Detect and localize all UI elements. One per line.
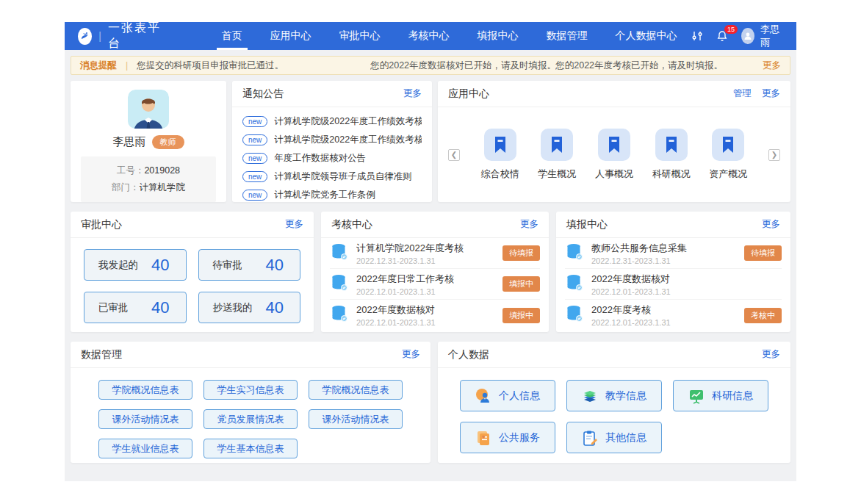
notice-item[interactable]: new 年度工作数据核对公告 (242, 149, 422, 168)
user-avatar-icon (741, 28, 754, 44)
assessment-item[interactable]: 2022年度日常工作考核 2022.12.01-2023.1.31 填报中 (330, 269, 540, 300)
personal-data-panel: 个人数据 更多 个人信息 教学信息 科研信息 (438, 342, 790, 463)
notice-item[interactable]: new 计算机学院领导班子成员自律准则 (242, 168, 422, 186)
other-info-button[interactable]: 其他信息 (566, 422, 662, 453)
personal-data-more-link[interactable]: 更多 (762, 348, 780, 361)
brand-name: 一张表平台 (108, 21, 164, 51)
notice-item[interactable]: new 计算机学院党务工作条例 (242, 186, 422, 202)
bookmark-icon (484, 129, 516, 161)
assessment-item[interactable]: 2022年度数据核对 2022.12.01-2023.1.31 填报中 (330, 300, 540, 331)
new-badge: new (242, 171, 267, 182)
nav-item-personal-data-center[interactable]: 个人数据中心 (602, 22, 691, 50)
status-badge: 填报中 (502, 308, 540, 323)
assessment-title: 考核中心 (331, 218, 372, 231)
status-badge: 待填报 (744, 245, 782, 261)
data-management-more-link[interactable]: 更多 (402, 348, 420, 361)
stat-approved[interactable]: 已审批 40 (84, 292, 187, 323)
stat-cc-to-me[interactable]: 抄送我的 40 (198, 292, 301, 323)
teaching-info-button[interactable]: 教学信息 (566, 380, 662, 411)
app-center-title: 应用中心 (448, 87, 489, 101)
alert-message[interactable]: 您提交的科研项目申报审批已通过。 (137, 60, 370, 72)
person-icon (475, 388, 491, 404)
new-badge: new (242, 116, 267, 127)
approval-more-link[interactable]: 更多 (285, 218, 303, 231)
sliders-icon[interactable] (691, 29, 703, 43)
alert-divider: | (126, 60, 128, 71)
user-name: 李思雨 (760, 23, 783, 49)
app-item-asset-overview[interactable]: 资产概况 (704, 129, 752, 181)
nav-item-reporting-center[interactable]: 填报中心 (464, 22, 533, 50)
database-icon (565, 305, 584, 325)
notice-item[interactable]: new 计算机学院级2022年度工作绩效考核办法 (242, 131, 422, 149)
status-badge: 填报中 (502, 276, 540, 292)
stat-initiated-by-me[interactable]: 我发起的 40 (84, 249, 187, 281)
assessment-item[interactable]: 计算机学院2022年度考核 2022.12.31-2023.1.31 待填报 (330, 238, 540, 269)
reporting-item[interactable]: 2022年度考核 2022.12.01-2023.1.31 考核中 (565, 300, 782, 331)
nav-item-home[interactable]: 首页 (208, 22, 256, 50)
data-management-panel: 数据管理 更多 学院概况信息表 学生实习信息表 学院概况信息表 课外活动情况表 … (71, 342, 430, 463)
user-menu[interactable]: 李思雨 (741, 23, 783, 49)
notice-title: 通知公告 (242, 87, 284, 101)
platform-logo-icon (78, 28, 92, 45)
reporting-list: 教师公共服务信息采集 2022.12.31-2023.1.31 待填报 2022… (556, 238, 790, 331)
nav-item-data-management[interactable]: 数据管理 (533, 22, 602, 50)
data-table-grid: 学院概况信息表 学生实习信息表 学院概况信息表 课外活动情况表 党员发展情况表 … (71, 368, 430, 463)
data-management-title: 数据管理 (81, 348, 122, 361)
profile-card: 李思雨 教师 工号：2019028 部门：计算机学院 (71, 81, 226, 202)
app-center-manage-link[interactable]: 管理 (733, 87, 752, 100)
table-button[interactable]: 党员发展情况表 (203, 409, 298, 429)
database-icon (330, 305, 349, 325)
app-item-school-overview[interactable]: 综合校情 (476, 129, 525, 181)
page-content: 消息提醒 | 您提交的科研项目申报审批已通过。 您的2022年度数据核对已开始，… (65, 50, 796, 469)
table-button[interactable]: 学院概况信息表 (309, 380, 403, 400)
new-badge: new (242, 134, 267, 145)
notification-count-badge: 15 (724, 25, 738, 34)
alert-more-link[interactable]: 更多 (763, 60, 781, 72)
main-nav: 首页 应用中心 审批中心 考核中心 填报中心 数据管理 个人数据中心 (208, 22, 691, 50)
personal-info-button[interactable]: 个人信息 (460, 380, 555, 411)
app-item-research-overview[interactable]: 科研概况 (647, 129, 696, 181)
notice-more-link[interactable]: 更多 (403, 87, 422, 100)
bookmark-icon (598, 129, 630, 161)
table-button[interactable]: 课外活动情况表 (309, 409, 403, 429)
chevron-left-icon[interactable]: ❮ (448, 149, 460, 161)
table-button[interactable]: 学生实习信息表 (203, 380, 298, 400)
notice-item[interactable]: new 计算机学院级2022年度工作绩效考核结果公示 (242, 112, 422, 131)
notification-bell-icon[interactable]: 15 (716, 29, 728, 43)
alert-message[interactable]: 您的2022年度数据核对已开始，请及时填报。 (370, 60, 555, 72)
chevron-right-icon[interactable]: ❯ (768, 149, 780, 161)
new-badge: new (242, 153, 267, 164)
stat-pending-approval[interactable]: 待审批 40 (198, 249, 301, 281)
alert-message[interactable]: 您的2022年度考核已开始，请及时填报。 (555, 60, 763, 72)
navbar-right: 15 李思雨 (691, 23, 783, 49)
reporting-item[interactable]: 2022年度数据核对 2022.12.01-2023.1.31 (565, 269, 782, 300)
notice-panel: 通知公告 更多 new 计算机学院级2022年度工作绩效考核结果公示 new 计… (232, 81, 432, 202)
reporting-more-link[interactable]: 更多 (762, 218, 780, 231)
approval-title: 审批中心 (81, 218, 122, 231)
reporting-center-panel: 填报中心 更多 教师公共服务信息采集 2022.12.31-2023.1.31 … (556, 212, 790, 332)
reporting-item[interactable]: 教师公共服务信息采集 2022.12.31-2023.1.31 待填报 (565, 238, 782, 269)
table-button[interactable]: 学生就业信息表 (98, 439, 192, 458)
nav-item-assessment-center[interactable]: 考核中心 (395, 22, 464, 50)
research-info-button[interactable]: 科研信息 (673, 380, 768, 411)
profile-field-employee-id: 工号：2019028 (81, 162, 216, 179)
nav-item-approval-center[interactable]: 审批中心 (325, 22, 395, 50)
approval-center-panel: 审批中心 更多 我发起的 40 待审批 40 已审批 40 (71, 212, 314, 332)
app-center-more-link[interactable]: 更多 (762, 87, 780, 100)
assessment-more-link[interactable]: 更多 (520, 218, 538, 231)
message-alert-bar: 消息提醒 | 您提交的科研项目申报审批已通过。 您的2022年度数据核对已开始，… (71, 56, 790, 75)
assessment-list: 计算机学院2022年度考核 2022.12.31-2023.1.31 待填报 2… (321, 238, 549, 331)
profile-avatar (128, 90, 169, 129)
brand[interactable]: | 一张表平台 (78, 21, 164, 51)
public-service-button[interactable]: 公共服务 (460, 422, 555, 453)
app-item-hr-overview[interactable]: 人事概况 (590, 129, 638, 181)
table-button[interactable]: 学院概况信息表 (98, 380, 192, 400)
database-icon (330, 243, 349, 264)
table-button[interactable]: 课外活动情况表 (98, 409, 192, 429)
database-icon (565, 274, 584, 295)
app-item-student-overview[interactable]: 学生概况 (533, 129, 581, 181)
table-button[interactable]: 学生基本信息表 (203, 439, 298, 458)
app-list: 综合校情 学生概况 人事概况 科研概况 (467, 129, 761, 181)
nav-item-app-center[interactable]: 应用中心 (256, 22, 325, 50)
app-window: | 一张表平台 首页 应用中心 审批中心 考核中心 填报中心 数据管理 个人数据… (65, 22, 796, 481)
